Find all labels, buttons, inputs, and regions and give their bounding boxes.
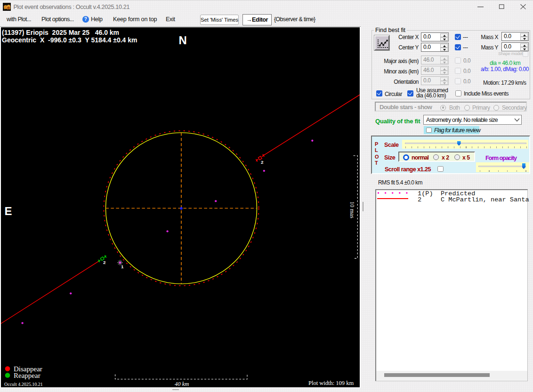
svg-text:N: N <box>179 34 187 47</box>
svg-text:Geocentric X -996.0 ±0.3 Y: Geocentric X -996.0 ±0.3 Y 5184.4 ±0.4 k… <box>2 36 137 44</box>
svg-text:E: E <box>5 205 12 217</box>
svg-text:40 km: 40 km <box>175 381 189 387</box>
svg-text:10 mas: 10 mas <box>349 201 355 218</box>
svg-text:2: 2 <box>103 260 106 265</box>
svg-text:Occult 4.2025.10.21: Occult 4.2025.10.21 <box>4 382 43 387</box>
svg-text:(11397) Eriopis 2025 Mar 25: (11397) Eriopis 2025 Mar 25 46.0 km <box>2 29 119 36</box>
svg-text:2: 2 <box>261 160 264 165</box>
svg-text:Plot width: 109 km: Plot width: 109 km <box>308 380 354 386</box>
svg-text:1: 1 <box>121 264 124 269</box>
svg-text:Reappear: Reappear <box>14 372 40 379</box>
